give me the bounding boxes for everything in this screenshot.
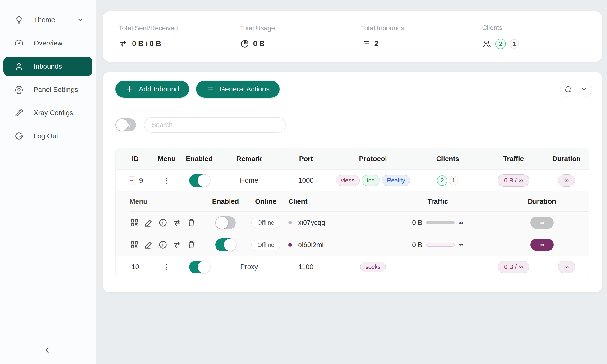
row-id: 9	[139, 177, 143, 184]
protocol-badge: socks	[360, 262, 386, 272]
reset-traffic-icon[interactable]	[172, 240, 182, 250]
client-traffic-used: 0 B	[412, 241, 422, 249]
plus-icon	[125, 85, 134, 93]
col-header-remark: Remark	[220, 155, 278, 163]
client-enabled-toggle[interactable]	[215, 216, 236, 229]
sidebar-collapse-button[interactable]	[40, 343, 55, 358]
general-actions-label: General Actions	[219, 85, 270, 93]
logout-icon	[14, 131, 24, 141]
security-badge: Reality	[382, 175, 410, 186]
client-status-dot	[288, 221, 292, 224]
list-icon	[361, 39, 370, 49]
stat-total-inbounds: Total Inbounds 2	[353, 25, 474, 49]
subtable-header-row: Menu Enabled Online Client Traffic Durat…	[130, 192, 589, 211]
sidebar-item-theme[interactable]: Theme	[3, 11, 92, 29]
chevron-left-icon	[43, 346, 52, 354]
stat-label: Total Inbounds	[361, 25, 474, 32]
info-icon[interactable]	[158, 240, 168, 250]
hamburger-icon	[206, 85, 215, 93]
people-icon	[482, 39, 491, 49]
client-status-dot	[288, 243, 292, 247]
sidebar: Theme Overview Inbounds Panel Settings	[0, 0, 96, 364]
sidebar-item-inbounds[interactable]: Inbounds	[3, 57, 92, 76]
client-duration-pill: ∞	[530, 217, 554, 229]
col-header-traffic: Traffic	[483, 155, 544, 163]
row-menu-button[interactable]: ⋮	[163, 176, 170, 185]
client-duration-pill: ∞	[530, 239, 554, 251]
inbounds-panel: Add Inbound General Actions	[103, 72, 602, 292]
stat-label: Total Usage	[240, 25, 353, 32]
clients-deactivated-badge: 1	[510, 39, 519, 49]
add-inbound-button[interactable]: Add Inbound	[116, 80, 189, 98]
stat-total-usage: Total Usage 0 B	[231, 25, 353, 49]
chevron-down-icon	[77, 16, 84, 24]
row-id: 10	[131, 263, 139, 271]
row-enabled-toggle[interactable]	[189, 174, 210, 187]
stat-value: 2	[374, 39, 378, 48]
online-status-badge: Offline	[251, 240, 280, 250]
row-port: 1100	[278, 263, 334, 271]
client-row: Offline xi07ycqg 0 B ∞ ∞	[130, 211, 589, 234]
general-actions-button[interactable]: General Actions	[196, 80, 279, 98]
row-traffic-pill: 0 B / ∞	[498, 261, 529, 273]
delete-icon[interactable]	[186, 240, 196, 250]
filter-toggle[interactable]	[116, 118, 136, 131]
sidebar-item-logout[interactable]: Log Out	[3, 127, 92, 145]
qr-code-icon[interactable]	[130, 240, 139, 250]
client-traffic-bar	[426, 221, 455, 224]
chevron-down-icon	[580, 86, 588, 93]
transfer-arrows-icon	[119, 39, 128, 49]
sidebar-item-label: Overview	[34, 39, 62, 47]
qr-code-icon[interactable]	[130, 218, 139, 228]
client-traffic-used: 0 B	[412, 219, 422, 227]
client-name: xi07ycqg	[298, 219, 325, 227]
sidebar-item-overview[interactable]: Overview	[3, 34, 92, 52]
refresh-interval-dropdown[interactable]	[576, 82, 592, 97]
col-header-enabled: Enabled	[179, 155, 220, 163]
clients-subtable: Menu Enabled Online Client Traffic Durat…	[116, 191, 589, 256]
delete-icon[interactable]	[186, 218, 196, 228]
pie-chart-icon	[240, 39, 250, 49]
online-status-badge: Offline	[251, 218, 280, 228]
inbounds-table: ID Menu Enabled Remark Port Protocol Cli…	[116, 148, 589, 278]
row-clients-deactivated-badge: 1	[449, 176, 458, 185]
table-header-row: ID Menu Enabled Remark Port Protocol Cli…	[116, 148, 589, 169]
col-header-id: ID	[116, 155, 155, 163]
row-enabled-toggle[interactable]	[189, 261, 210, 273]
subcol-header-duration: Duration	[495, 198, 589, 206]
app-window: Theme Overview Inbounds Panel Settings	[0, 0, 607, 364]
stat-clients: Clients 2 1	[474, 24, 595, 49]
lightbulb-icon	[14, 15, 24, 25]
sidebar-item-panel-settings[interactable]: Panel Settings	[3, 80, 92, 99]
user-icon	[14, 61, 24, 72]
edit-icon[interactable]	[144, 218, 154, 228]
stat-label: Total Sent/Received	[119, 25, 231, 32]
reset-traffic-icon[interactable]	[172, 218, 182, 228]
client-enabled-toggle[interactable]	[215, 238, 236, 251]
client-traffic-bar	[426, 243, 455, 247]
col-header-menu: Menu	[155, 155, 179, 163]
subcol-header-traffic: Traffic	[381, 198, 495, 206]
col-header-port: Port	[278, 155, 334, 163]
gear-icon	[14, 84, 24, 95]
client-traffic-limit: ∞	[458, 241, 463, 249]
subcol-header-online: Online	[243, 198, 288, 206]
search-row	[116, 117, 589, 133]
wrench-icon	[14, 108, 24, 118]
refresh-button[interactable]	[560, 82, 576, 97]
subcol-header-enabled: Enabled	[208, 198, 243, 206]
row-traffic-pill: 0 B / ∞	[498, 174, 529, 186]
subcol-header-client: Client	[288, 198, 381, 206]
sidebar-item-xray-configs[interactable]: Xray Configs	[3, 103, 92, 122]
row-menu-button[interactable]: ⋮	[163, 263, 170, 271]
edit-icon[interactable]	[144, 240, 154, 250]
collapse-row-button[interactable]: −	[128, 176, 136, 185]
client-traffic-limit: ∞	[458, 219, 463, 227]
row-remark: Proxy	[220, 263, 278, 271]
row-duration-pill: ∞	[558, 174, 575, 186]
info-icon[interactable]	[158, 218, 168, 228]
search-input[interactable]	[144, 117, 286, 133]
refresh-button-group	[560, 81, 592, 97]
sidebar-item-label: Log Out	[34, 132, 58, 140]
sidebar-item-label: Theme	[34, 16, 55, 24]
